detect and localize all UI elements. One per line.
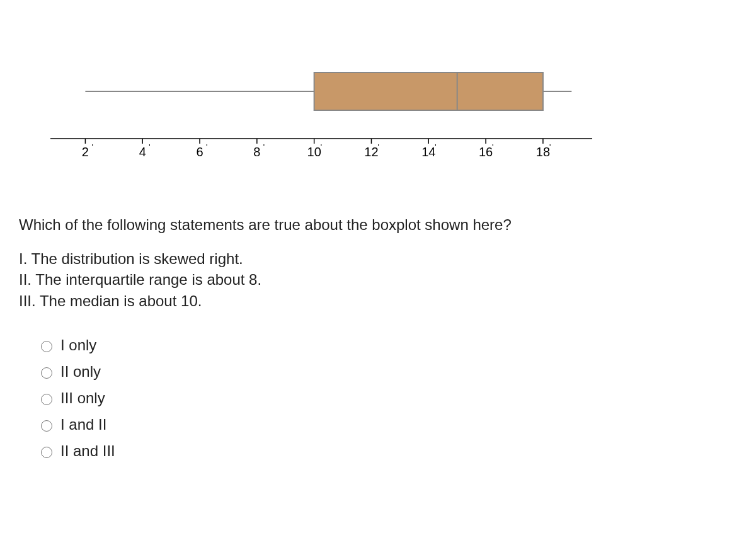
radio-d[interactable] <box>41 420 52 432</box>
option-c[interactable]: III only <box>38 389 737 407</box>
svg-text:': ' <box>492 143 493 152</box>
option-e-label: II and III <box>60 442 115 460</box>
svg-text:12: 12 <box>364 145 378 159</box>
svg-text:4: 4 <box>139 145 146 159</box>
svg-rect-30 <box>314 72 543 110</box>
svg-text:14: 14 <box>421 145 435 159</box>
svg-text:': ' <box>435 143 436 152</box>
boxplot-chart: 2'4'6'8'10'12'14'16'18' <box>44 44 611 170</box>
question-prompt: Which of the following statements are tr… <box>19 214 737 236</box>
radio-b[interactable] <box>41 367 52 379</box>
statement-2: II. The interquartile range is about 8. <box>19 269 737 290</box>
option-b-label: II only <box>60 363 101 381</box>
option-a[interactable]: I only <box>38 336 737 354</box>
radio-a[interactable] <box>41 341 52 352</box>
boxplot-svg: 2'4'6'8'10'12'14'16'18' <box>44 44 611 170</box>
radio-c[interactable] <box>41 394 52 405</box>
option-e[interactable]: II and III <box>38 442 737 460</box>
svg-text:2: 2 <box>82 145 89 159</box>
statement-3: III. The median is about 10. <box>19 290 737 312</box>
option-a-label: I only <box>60 336 96 354</box>
svg-text:16: 16 <box>479 145 493 159</box>
question-page: 2'4'6'8'10'12'14'16'18' Which of the fol… <box>0 0 756 545</box>
svg-text:': ' <box>377 143 379 152</box>
option-d[interactable]: I and II <box>38 416 737 433</box>
svg-text:10: 10 <box>307 145 321 159</box>
svg-text:': ' <box>549 143 551 152</box>
svg-text:': ' <box>91 143 93 152</box>
svg-text:8: 8 <box>253 145 260 159</box>
svg-text:': ' <box>206 143 207 152</box>
svg-text:18: 18 <box>536 145 550 159</box>
svg-text:': ' <box>149 143 150 152</box>
svg-text:': ' <box>321 143 322 152</box>
svg-text:6: 6 <box>196 145 203 159</box>
option-d-label: I and II <box>60 416 106 433</box>
statement-1: I. The distribution is skewed right. <box>19 248 737 270</box>
statements-block: I. The distribution is skewed right. II.… <box>19 248 737 312</box>
radio-e[interactable] <box>41 447 52 458</box>
svg-text:': ' <box>263 143 265 152</box>
answer-options: I only II only III only I and II II and … <box>38 336 737 460</box>
option-c-label: III only <box>60 389 105 407</box>
option-b[interactable]: II only <box>38 363 737 381</box>
